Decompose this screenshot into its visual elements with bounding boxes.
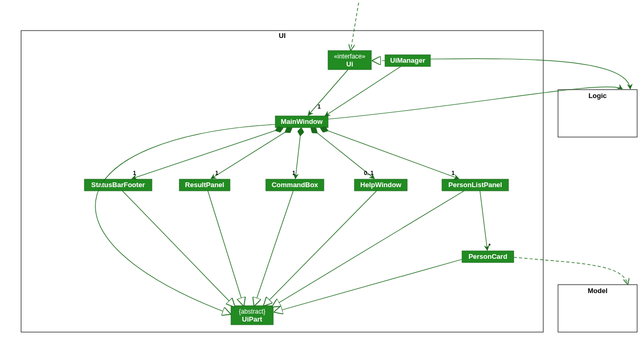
edge-resultpanel-gen-uipart [208,191,244,306]
edge-helpwindow-gen-uipart [264,191,377,306]
class-help-window: HelpWindow [354,179,407,191]
class-ui-interface: «interface» Ui [328,51,371,70]
svg-text:Ui: Ui [347,60,353,68]
edge-statusbarfooter-gen-uipart [122,191,235,307]
package-logic-label: Logic [589,92,607,100]
svg-text:MainWindow: MainWindow [281,118,323,125]
svg-text:UiPart: UiPart [242,315,263,323]
class-result-panel: ResultPanel [179,179,230,191]
svg-text:{abstract}: {abstract} [239,308,266,315]
svg-text:UiManager: UiManager [390,56,425,64]
edge-mainwindow-gen-uipart [95,124,275,314]
edge-personcard-to-model [514,257,628,284]
package-model-label: Model [588,287,608,295]
edge-personcard-gen-uipart [274,259,462,312]
package-ui-label: UI [279,32,286,40]
edge-commandbox-gen-uipart [254,191,293,306]
mult-commandbox: 1 [292,170,295,176]
class-person-card: PersonCard [462,251,514,263]
edge-mainwindow-comp-personlistpanel [321,128,459,179]
class-person-list-panel: PersonListPanel [442,179,508,191]
edge-external-to-ui [351,3,359,50]
edge-uimanager-to-mainwindow [325,66,401,116]
class-command-box: CommandBox [266,179,324,191]
edge-personlistpanel-to-personcard [480,191,487,250]
edge-mainwindow-to-logic [328,87,622,119]
svg-text:«interface»: «interface» [334,53,366,60]
class-ui-manager: UiManager [385,55,430,66]
edge-uiinterface-to-mainwindow [308,70,348,115]
edge-mainwindow-comp-commandbox [295,128,301,179]
mult-statusbarfooter: 1 [133,170,136,176]
mult-personlistpanel: 1 [451,170,455,176]
class-main-window: MainWindow [275,116,328,128]
edge-mainwindow-comp-resultpanel [211,128,292,179]
edge-uimanager-to-logic [430,59,630,89]
mult-resultpanel: 1 [215,170,218,176]
class-status-bar-footer: StatusBarFooter [84,179,152,191]
edge-personlistpanel-gen-uipart [272,191,464,307]
svg-text:HelpWindow: HelpWindow [360,181,402,189]
svg-text:PersonCard: PersonCard [468,252,507,260]
mult-personcard: * [488,242,491,249]
class-ui-part: {abstract} UiPart [231,306,273,325]
uml-diagram: UI Logic Model «interface» Ui UiManager … [0,0,644,340]
svg-text:PersonListPanel: PersonListPanel [448,181,502,189]
edge-mainwindow-comp-statusbarfooter [132,128,283,179]
svg-text:ResultPanel: ResultPanel [185,181,224,189]
svg-text:CommandBox: CommandBox [272,181,319,189]
mult-helpwindow: 0..1 [364,170,373,176]
